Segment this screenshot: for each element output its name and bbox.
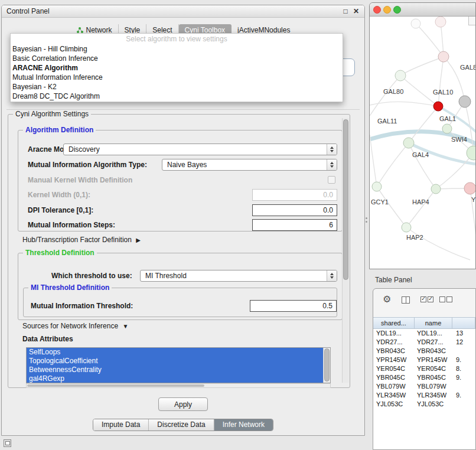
scrollbar-thumb[interactable] bbox=[343, 119, 348, 280]
algorithm-option[interactable]: ARACNE Algorithm bbox=[11, 63, 343, 73]
algorithm-placeholder: Select algorithm to view settings bbox=[11, 34, 343, 44]
table-row[interactable]: YER054CYER054C8. bbox=[373, 364, 475, 373]
mi-steps-field[interactable]: 6 bbox=[252, 219, 337, 231]
network-canvas[interactable]: GAL80GAL10GAL11GAL1SWI4GAL4GCY1HAP4HAP2G… bbox=[370, 17, 475, 269]
network-node[interactable] bbox=[395, 70, 406, 81]
manual-kernel-width-label: Manual Kernel Width Definition bbox=[28, 174, 132, 186]
kernel-width-label: Kernel Width (0,1): bbox=[28, 189, 90, 201]
algorithm-option[interactable]: Mutual Information Inference bbox=[11, 73, 343, 82]
network-node[interactable] bbox=[433, 102, 443, 111]
network-node-label: GAL10 bbox=[433, 89, 453, 96]
sources-section-toggle[interactable]: Sources for Network Inference ▼ bbox=[22, 321, 128, 331]
bottom-tabbar: Impute Data Discretize Data Infer Networ… bbox=[93, 419, 273, 431]
threshold-definition-group: Threshold Definition Which threshold to … bbox=[18, 253, 343, 320]
network-edge[interactable] bbox=[400, 57, 444, 76]
network-node[interactable] bbox=[431, 184, 441, 194]
apply-button[interactable]: Apply bbox=[158, 397, 208, 411]
table-header: shared... name bbox=[373, 317, 475, 329]
network-edge[interactable] bbox=[377, 187, 406, 227]
network-edge[interactable] bbox=[377, 143, 409, 187]
canvas-corner-widget[interactable] bbox=[468, 17, 475, 25]
network-edge[interactable] bbox=[370, 102, 438, 106]
minimize-traffic-light-icon[interactable] bbox=[383, 6, 391, 14]
table-row[interactable]: YLR345WYLR345W9. bbox=[373, 391, 475, 400]
attributes-vertical-scrollbar[interactable] bbox=[323, 348, 330, 383]
table-row[interactable]: YBR043CYBR043C bbox=[373, 347, 475, 356]
table-cell: YPR145W bbox=[373, 356, 415, 364]
attribute-list-item[interactable]: gal4RGexp bbox=[27, 374, 323, 383]
table-row[interactable]: YDL19...YDL19...13 bbox=[373, 329, 475, 338]
attribute-list-item[interactable]: SelfLoops bbox=[27, 348, 323, 357]
table-cell: YBL079W bbox=[373, 382, 415, 391]
mi-algorithm-type-value: Naive Bayes bbox=[167, 159, 207, 170]
tab-impute-data[interactable]: Impute Data bbox=[93, 419, 148, 431]
aracne-mode-select[interactable]: Discovery bbox=[63, 144, 337, 155]
tab-discretize-data[interactable]: Discretize Data bbox=[148, 419, 213, 431]
algorithm-option[interactable]: Bayesian - Hill Climbing bbox=[11, 44, 343, 54]
column-header-name[interactable]: name bbox=[415, 318, 452, 328]
deselect-all-columns-icon[interactable] bbox=[439, 296, 452, 302]
algorithm-option[interactable]: Bayesian - K2 bbox=[11, 82, 343, 92]
network-node[interactable] bbox=[438, 51, 449, 62]
network-edge[interactable] bbox=[406, 227, 470, 260]
manual-kernel-width-checkbox[interactable] bbox=[328, 176, 335, 184]
network-node[interactable] bbox=[464, 182, 475, 194]
which-threshold-select[interactable]: MI Threshold bbox=[140, 270, 337, 282]
mi-threshold-definition-group: MI Threshold Definition Mutual Informati… bbox=[23, 288, 337, 317]
algorithm-option[interactable]: Dream8 DC_TDC Algorithm bbox=[11, 92, 343, 101]
zoom-traffic-light-icon[interactable] bbox=[393, 6, 401, 14]
data-attributes-list[interactable]: SelfLoopsTopologicalCoefficientBetweenne… bbox=[26, 347, 331, 383]
columns-icon[interactable] bbox=[402, 296, 410, 304]
window-title: Control Panel bbox=[6, 5, 50, 18]
close-traffic-light-icon[interactable] bbox=[373, 6, 381, 14]
network-graph: GAL80GAL10GAL11GAL1SWI4GAL4GCY1HAP4HAP2G… bbox=[370, 17, 475, 269]
settings-vertical-scrollbar[interactable] bbox=[342, 118, 349, 383]
table-cell: YPR145W bbox=[415, 356, 452, 364]
network-node[interactable] bbox=[435, 17, 446, 27]
attribute-list-item[interactable]: TopologicalCoefficient bbox=[27, 357, 323, 366]
network-edge[interactable] bbox=[409, 106, 438, 143]
table-row[interactable]: YBL079WYBL079W bbox=[373, 382, 475, 391]
table-row[interactable]: YDR27...YDR27...12 bbox=[373, 338, 475, 347]
tab-infer-network[interactable]: Infer Network bbox=[214, 419, 273, 431]
attributes-horizontal-scrollbar[interactable] bbox=[26, 383, 331, 388]
table-cell: YJL053C bbox=[415, 400, 452, 409]
network-edge[interactable] bbox=[438, 57, 444, 106]
scrollbar-thumb[interactable] bbox=[27, 384, 204, 387]
combo-stepper-icon bbox=[327, 270, 337, 281]
network-node[interactable] bbox=[403, 138, 414, 148]
expand-arrow-icon: ▶ bbox=[136, 237, 141, 243]
select-all-columns-icon[interactable] bbox=[420, 296, 433, 302]
network-edge[interactable] bbox=[416, 24, 444, 57]
table-row[interactable]: YBR045CYBR045C9. bbox=[373, 373, 475, 382]
table-row[interactable]: YJL053CYJL053C bbox=[373, 400, 475, 409]
panel-restore-icon[interactable] bbox=[4, 439, 11, 447]
scrollbar-thumb[interactable] bbox=[324, 348, 330, 381]
attribute-list-item[interactable]: BetweennessCentrality bbox=[27, 366, 323, 374]
network-node[interactable] bbox=[372, 182, 382, 191]
float-window-icon[interactable]: □ bbox=[341, 6, 350, 16]
settings-group-title: Cyni Algorithm Settings bbox=[13, 110, 91, 118]
splitter-handle[interactable] bbox=[364, 217, 368, 227]
network-node[interactable] bbox=[411, 19, 420, 28]
column-header-partial[interactable] bbox=[452, 318, 475, 328]
close-icon[interactable]: ✕ bbox=[351, 6, 361, 16]
network-node-label: GAL8 bbox=[460, 64, 475, 71]
network-edge[interactable] bbox=[370, 135, 377, 187]
kernel-width-field[interactable]: 0.0 bbox=[252, 189, 337, 201]
column-header-shared-name[interactable]: shared... bbox=[373, 318, 415, 328]
table-panel-window: ⚙ shared... name YDL19...YDL19...13YDR27… bbox=[373, 288, 476, 450]
gear-icon[interactable]: ⚙ bbox=[383, 295, 391, 304]
dpi-tolerance-field[interactable]: 0.0 bbox=[252, 204, 337, 216]
network-node[interactable] bbox=[402, 223, 411, 232]
hub-section-toggle[interactable]: Hub/Transcription Factor Definition ▶ bbox=[22, 235, 141, 245]
desktop: Control Panel □ ✕ Network Style Select bbox=[0, 0, 476, 450]
network-edge[interactable] bbox=[370, 76, 400, 116]
network-node[interactable] bbox=[459, 96, 471, 107]
algorithm-option[interactable]: Basic Correlation Inference bbox=[11, 54, 343, 63]
network-node[interactable] bbox=[442, 124, 452, 133]
mi-algorithm-type-select[interactable]: Naive Bayes bbox=[162, 159, 337, 171]
mi-threshold-field[interactable]: 0.5 bbox=[250, 300, 337, 312]
network-edge[interactable] bbox=[406, 189, 436, 227]
table-row[interactable]: YPR145WYPR145W9. bbox=[373, 356, 475, 364]
